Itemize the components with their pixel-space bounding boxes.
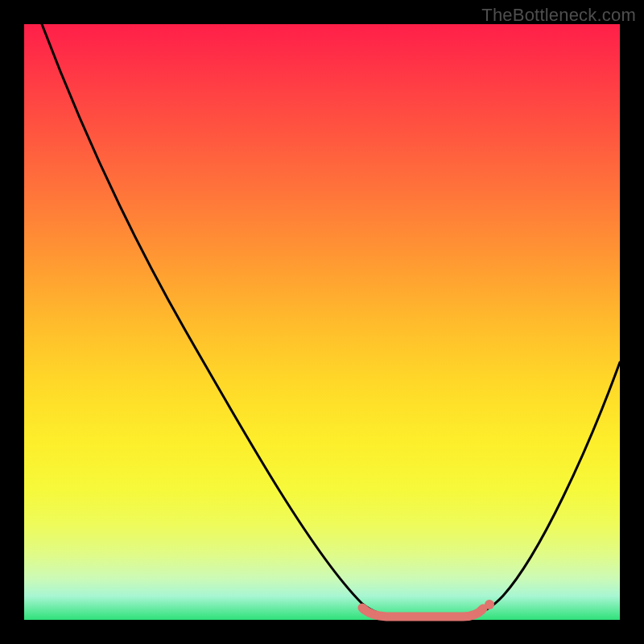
watermark-text: TheBottleneck.com — [481, 5, 636, 26]
green-band-end-dot — [485, 600, 494, 609]
bottleneck-curve-path — [42, 24, 620, 616]
chart-frame: TheBottleneck.com — [0, 0, 644, 644]
green-band-overlay — [362, 608, 483, 617]
chart-plot-area — [24, 24, 620, 620]
bottleneck-curve-svg — [24, 24, 620, 620]
